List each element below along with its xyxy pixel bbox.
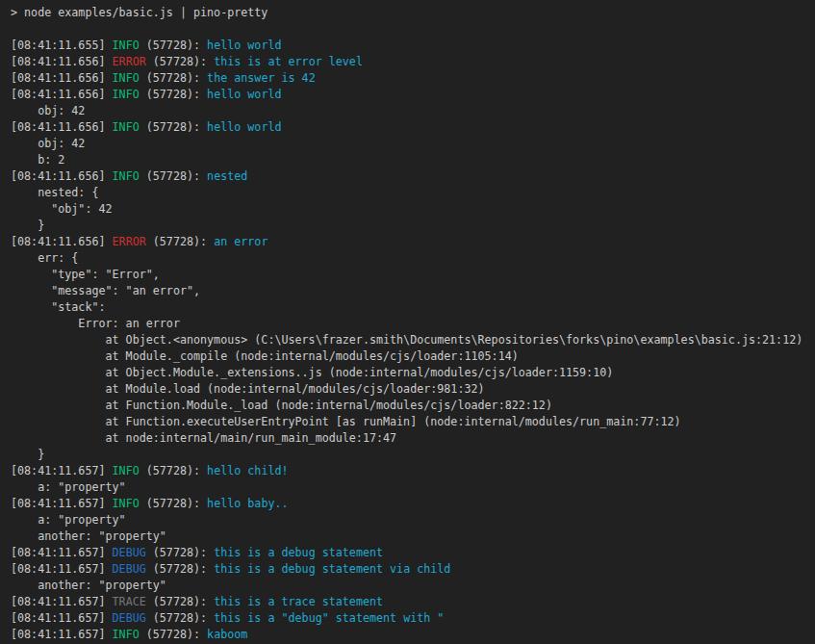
log-timestamp: [08:41:11.657] — [11, 628, 113, 641]
command-text: > node examples/basic.js | pino-pretty — [11, 6, 267, 19]
log-line: [08:41:11.657] DEBUG (57728): this is a … — [11, 561, 815, 578]
detail-text: } — [11, 448, 44, 461]
log-pid: (57728): — [146, 546, 214, 559]
terminal-output: > node examples/basic.js | pino-pretty [… — [11, 5, 815, 643]
log-timestamp: [08:41:11.656] — [11, 88, 113, 101]
log-level: INFO — [113, 464, 140, 477]
detail-line: at Module._compile (node:internal/module… — [11, 348, 815, 365]
log-level: TRACE — [113, 595, 146, 608]
log-pid: (57728): — [140, 628, 207, 641]
log-timestamp: [08:41:11.657] — [11, 497, 113, 510]
log-level: INFO — [113, 71, 140, 85]
log-pid: (57728): — [140, 39, 207, 52]
log-timestamp: [08:41:11.655] — [11, 39, 113, 52]
detail-text: obj: 42 — [11, 137, 85, 150]
detail-text: a: "property" — [11, 513, 126, 527]
log-level: INFO — [113, 88, 140, 101]
log-level: ERROR — [113, 235, 146, 248]
log-message: hello world — [207, 88, 281, 101]
detail-line: at Module.load (node:internal/modules/cj… — [11, 381, 815, 398]
detail-line: another: "property" — [11, 578, 815, 594]
detail-text: at Function.executeUserEntryPoint [as ru… — [11, 415, 681, 428]
detail-text: a: "property" — [11, 480, 126, 494]
log-pid: (57728): — [146, 235, 214, 248]
log-level: INFO — [113, 497, 140, 510]
log-line: [08:41:11.656] INFO (57728): hello world — [11, 119, 815, 136]
detail-text: at Object.Module._extensions..js (node:i… — [11, 366, 613, 379]
detail-line: b: 2 — [11, 152, 815, 168]
log-level: ERROR — [113, 55, 146, 68]
log-level: DEBUG — [113, 546, 146, 559]
detail-line: at Object.<anonymous> (C:\Users\frazer.s… — [11, 332, 815, 348]
command-line: > node examples/basic.js | pino-pretty — [11, 5, 815, 21]
log-timestamp: [08:41:11.656] — [11, 55, 113, 68]
log-line: [08:41:11.656] ERROR (57728): this is at… — [11, 54, 815, 70]
detail-line: a: "property" — [11, 512, 815, 528]
log-level: INFO — [113, 120, 140, 134]
log-message: this is a "debug" statement with " — [214, 611, 444, 625]
detail-text: at Module._compile (node:internal/module… — [11, 349, 519, 363]
detail-text: err: { — [11, 251, 78, 265]
terminal[interactable]: > node examples/basic.js | pino-pretty [… — [0, 0, 815, 644]
log-pid: (57728): — [140, 88, 207, 101]
detail-line: Error: an error — [11, 316, 815, 332]
detail-line: "type": "Error", — [11, 267, 815, 283]
detail-text: nested: { — [11, 186, 98, 199]
log-timestamp: [08:41:11.657] — [11, 611, 113, 625]
log-pid: (57728): — [140, 169, 207, 183]
log-line: [08:41:11.656] INFO (57728): the answer … — [11, 70, 815, 87]
log-level: DEBUG — [113, 562, 146, 576]
log-line: [08:41:11.657] TRACE (57728): this is a … — [11, 594, 815, 610]
log-message: hello world — [207, 39, 281, 52]
detail-line: nested: { — [11, 185, 815, 201]
detail-line: } — [11, 447, 815, 463]
detail-text: at Module.load (node:internal/modules/cj… — [11, 382, 485, 396]
log-message: this is a debug statement via child — [214, 562, 450, 576]
log-line: [08:41:11.656] INFO (57728): hello world — [11, 87, 815, 103]
detail-line: err: { — [11, 250, 815, 267]
detail-line: } — [11, 218, 815, 234]
log-message: this is at error level — [214, 55, 363, 68]
log-line: [08:41:11.656] INFO (57728): nested — [11, 168, 815, 185]
detail-line: at node:internal/main/run_main_module:17… — [11, 430, 815, 447]
log-message: nested — [207, 169, 247, 183]
detail-text: Error: an error — [11, 317, 180, 330]
detail-line: another: "property" — [11, 528, 815, 545]
log-pid: (57728): — [146, 611, 214, 625]
log-line: [08:41:11.657] DEBUG (57728): this is a … — [11, 545, 815, 561]
detail-line: "stack": — [11, 299, 815, 316]
log-message: an error — [214, 235, 267, 248]
log-message: this is a debug statement — [214, 546, 383, 559]
detail-text: another: "property" — [11, 579, 166, 592]
log-pid: (57728): — [146, 55, 214, 68]
log-message: kaboom — [207, 628, 247, 641]
log-level: INFO — [113, 628, 140, 641]
detail-text: "obj": 42 — [11, 202, 113, 216]
log-message: this is a trace statement — [214, 595, 383, 608]
log-line: [08:41:11.655] INFO (57728): hello world — [11, 38, 815, 54]
log-pid: (57728): — [140, 120, 207, 134]
detail-text: "stack": — [11, 300, 106, 314]
log-line: [08:41:11.657] INFO (57728): hello baby.… — [11, 496, 815, 512]
log-message: hello world — [207, 120, 281, 134]
log-pid: (57728): — [140, 464, 207, 477]
blank-line — [11, 21, 815, 38]
log-message: hello child! — [207, 464, 288, 477]
detail-line: "obj": 42 — [11, 201, 815, 218]
log-timestamp: [08:41:11.657] — [11, 546, 113, 559]
log-timestamp: [08:41:11.656] — [11, 120, 113, 134]
detail-line: a: "property" — [11, 479, 815, 496]
log-level: INFO — [113, 169, 140, 183]
log-timestamp: [08:41:11.657] — [11, 464, 113, 477]
detail-line: obj: 42 — [11, 136, 815, 152]
detail-text: "type": "Error", — [11, 268, 160, 281]
log-level: DEBUG — [113, 611, 146, 625]
log-line: [08:41:11.656] ERROR (57728): an error — [11, 234, 815, 250]
log-message: hello baby.. — [207, 497, 288, 510]
detail-text: at node:internal/main/run_main_module:17… — [11, 431, 396, 445]
log-timestamp: [08:41:11.656] — [11, 235, 113, 248]
detail-text: at Object.<anonymous> (C:\Users\frazer.s… — [11, 333, 802, 347]
log-timestamp: [08:41:11.656] — [11, 169, 113, 183]
detail-line: at Object.Module._extensions..js (node:i… — [11, 365, 815, 381]
detail-text: another: "property" — [11, 529, 166, 543]
